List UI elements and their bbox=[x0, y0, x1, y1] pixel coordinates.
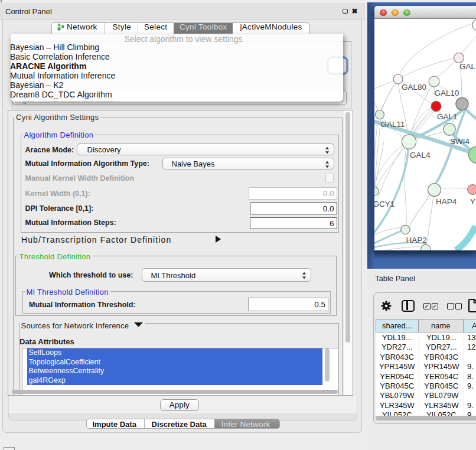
svg-text:GAL10: GAL10 bbox=[435, 89, 459, 97]
svg-text:SWI4: SWI4 bbox=[450, 137, 470, 146]
svg-text:HAP4: HAP4 bbox=[436, 197, 457, 206]
svg-text:GAL11: GAL11 bbox=[381, 120, 405, 129]
svg-text:GAL80: GAL80 bbox=[402, 83, 426, 92]
svg-text:GAL1: GAL1 bbox=[437, 112, 458, 121]
svg-text:GAL7: GAL7 bbox=[459, 62, 476, 71]
svg-text:HAP2: HAP2 bbox=[406, 236, 427, 244]
svg-text:GAL4: GAL4 bbox=[410, 151, 431, 159]
svg-text:Y: Y bbox=[470, 197, 475, 206]
svg-text:GCY1: GCY1 bbox=[374, 200, 395, 208]
